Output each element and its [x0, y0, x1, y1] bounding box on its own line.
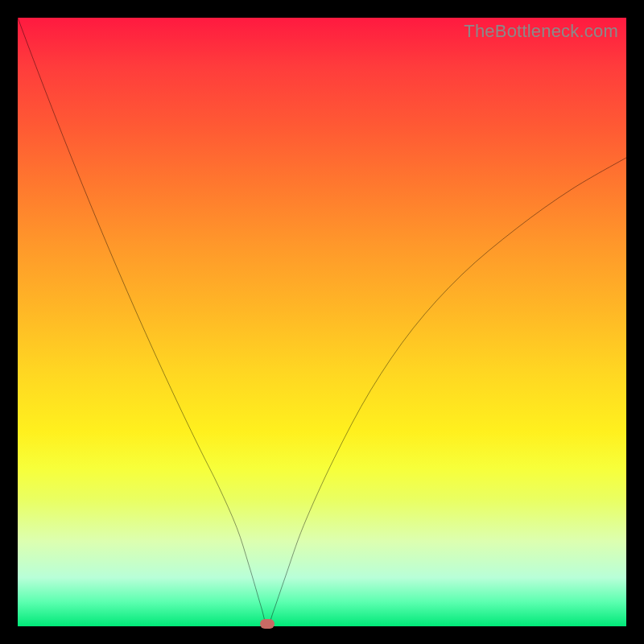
- minimum-marker: [260, 619, 275, 629]
- chart-frame: TheBottleneck.com: [0, 0, 644, 644]
- plot-area: TheBottleneck.com: [18, 18, 626, 626]
- bottleneck-curve: [18, 18, 626, 626]
